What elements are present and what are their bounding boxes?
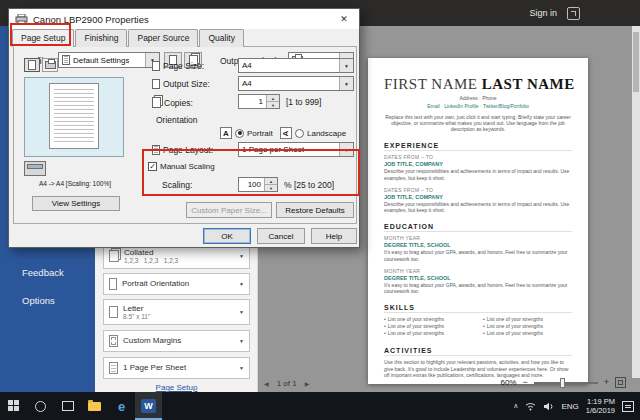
preview-scrollbar[interactable] xyxy=(632,26,640,378)
custom-paper-size-button[interactable]: Custom Paper Size... xyxy=(186,202,272,218)
ok-button[interactable]: OK xyxy=(203,228,251,244)
paper-stack-icon[interactable] xyxy=(24,161,46,176)
sidebar-item-options[interactable]: Options xyxy=(0,290,95,310)
clock[interactable]: 1:19 PM 1/6/2019 xyxy=(586,397,615,415)
page-setup-tab-panel: Profile: Default Settings ▼ Output Metho… xyxy=(13,46,357,224)
scrollbar-thumb[interactable] xyxy=(633,32,639,92)
close-icon[interactable]: ✕ xyxy=(329,9,359,29)
paper-size-dropdown[interactable]: Letter 8.5" x 11" ▼ xyxy=(103,299,250,325)
resume-education-entry: MONTH YEAR DEGREE TITLE, SCHOOL It's eas… xyxy=(384,235,572,262)
cortana-search-button[interactable] xyxy=(27,392,54,420)
zoom-slider[interactable] xyxy=(534,382,598,384)
system-tray: ∧ ENG 1:19 PM 1/6/2019 xyxy=(513,397,640,415)
resume-first-name: FIRST NAME xyxy=(384,76,478,92)
printer-icon xyxy=(15,14,28,25)
page-navigation: ◀ 1 of 1 ▶ xyxy=(264,379,309,388)
preview-printer-view-toggle[interactable] xyxy=(42,58,58,72)
tab-page-setup[interactable]: Page Setup xyxy=(12,29,74,47)
copies-value[interactable]: 1 xyxy=(239,95,266,108)
tab-finishing[interactable]: Finishing xyxy=(75,29,127,47)
zoom-to-page-button[interactable] xyxy=(615,377,626,388)
chevron-down-icon: ▼ xyxy=(239,338,244,344)
collated-pages-icon xyxy=(109,250,119,262)
resume-activities-text: Use this section to highlight your relev… xyxy=(384,359,572,378)
portrait-radio[interactable] xyxy=(235,129,244,138)
speaker-icon[interactable] xyxy=(543,402,554,411)
pages-per-sheet-value: 1 Page Per Sheet xyxy=(123,363,186,372)
wifi-icon[interactable] xyxy=(525,402,536,411)
spin-down-icon[interactable]: ▼ xyxy=(267,102,279,108)
tray-expand-icon[interactable]: ∧ xyxy=(513,402,518,410)
previous-page-button[interactable]: ◀ xyxy=(264,380,269,387)
page-view-icon xyxy=(28,60,36,70)
preview-page-view-toggle[interactable] xyxy=(24,58,40,72)
page-size-value: A4 xyxy=(242,61,252,70)
spin-down-icon[interactable]: ▼ xyxy=(265,185,277,191)
resume-skills: •List one of your strengths •List one of… xyxy=(384,316,572,337)
task-view-button[interactable] xyxy=(54,392,81,420)
restore-defaults-button[interactable]: Restore Defaults xyxy=(276,202,354,218)
action-center-icon[interactable] xyxy=(622,401,634,412)
windows-taskbar: e W ∧ ENG 1:19 PM 1/6/2019 xyxy=(0,392,640,420)
output-size-select[interactable]: A4 ▼ xyxy=(238,76,354,91)
page-setup-link[interactable]: Page Setup xyxy=(95,383,258,392)
start-button[interactable] xyxy=(0,392,27,420)
pages-per-sheet-dropdown[interactable]: 1 Page Per Sheet ▼ xyxy=(103,357,250,379)
page-size-label: Page Size: xyxy=(152,61,204,71)
view-settings-button[interactable]: View Settings xyxy=(32,196,120,211)
zoom-out-button[interactable]: − xyxy=(522,378,527,387)
resume-experience-entry: DATES FROM – TO JOB TITLE, COMPANY Descr… xyxy=(384,187,572,214)
checkbox-check-icon: ✓ xyxy=(148,162,157,171)
profile-select[interactable]: Default Settings ▼ xyxy=(58,52,160,68)
resume-heading-experience: EXPERIENCE xyxy=(384,142,572,151)
margins-dropdown[interactable]: Custom Margins ▼ xyxy=(103,330,250,352)
chevron-down-icon: ▼ xyxy=(339,59,353,72)
resume-heading-skills: SKILLS xyxy=(384,304,572,313)
zoom-slider-thumb[interactable] xyxy=(560,378,565,388)
output-size-value: A4 xyxy=(242,79,252,88)
orientation-dropdown[interactable]: Portrait Orientation ▼ xyxy=(103,273,250,295)
file-explorer-button[interactable] xyxy=(81,392,108,420)
landscape-radio[interactable] xyxy=(295,129,304,138)
resume-last-name: LAST NAME xyxy=(482,76,575,92)
help-button[interactable]: Help xyxy=(311,228,357,244)
tab-quality[interactable]: Quality xyxy=(199,29,243,47)
landscape-a-icon: A xyxy=(280,127,292,139)
language-indicator[interactable]: ENG xyxy=(561,402,578,411)
print-preview-thumbnail xyxy=(24,77,124,157)
chevron-down-icon: ▼ xyxy=(339,143,353,156)
next-page-button[interactable]: ▶ xyxy=(305,380,310,387)
tab-paper-source[interactable]: Paper Source xyxy=(128,29,198,47)
scaling-stepper[interactable]: 100 ▲▼ xyxy=(238,177,278,192)
resume-heading-education: EDUCATION xyxy=(384,223,572,232)
share-icon[interactable] xyxy=(567,7,580,20)
resume-education-entry: MONTH YEAR DEGREE TITLE, SCHOOL It's eas… xyxy=(384,268,572,295)
spin-up-icon[interactable]: ▲ xyxy=(267,95,279,102)
page-indicator: 1 of 1 xyxy=(277,379,297,388)
copies-stepper[interactable]: 1 ▲▼ xyxy=(238,94,280,109)
cancel-button[interactable]: Cancel xyxy=(257,228,305,244)
spin-up-icon[interactable]: ▲ xyxy=(265,178,277,185)
clock-date: 1/6/2019 xyxy=(586,406,615,415)
zoom-controls: 60% − + xyxy=(500,377,626,388)
scaling-range: % [25 to 200] xyxy=(284,180,334,190)
dialog-titlebar[interactable]: Canon LBP2900 Properties ✕ xyxy=(9,9,359,29)
canon-properties-dialog: Canon LBP2900 Properties ✕ Page Setup Fi… xyxy=(8,8,360,248)
chevron-down-icon: ▼ xyxy=(239,365,244,371)
orientation-portrait-option[interactable]: A Portrait xyxy=(220,127,273,139)
page-size-select[interactable]: A4 ▼ xyxy=(238,58,354,73)
chevron-down-icon: ▼ xyxy=(339,77,353,90)
sidebar-item-feedback[interactable]: Feedback xyxy=(0,262,95,282)
edge-button[interactable]: e xyxy=(108,392,135,420)
page-layout-select[interactable]: 1 Page per Sheet ▼ xyxy=(238,142,354,157)
manual-scaling-checkbox[interactable]: ✓ Manual Scaling xyxy=(148,162,215,171)
portrait-page-icon xyxy=(109,278,117,290)
resume-summary: Replace this text with your own, just cl… xyxy=(384,114,572,133)
orientation-landscape-option[interactable]: A Landscape xyxy=(280,127,346,139)
sign-in-button[interactable]: Sign in xyxy=(529,8,557,18)
resume-heading-activities: ACTIVITIES xyxy=(384,347,572,356)
word-taskbar-button[interactable]: W xyxy=(135,392,162,420)
zoom-in-button[interactable]: + xyxy=(604,378,609,387)
scaling-value[interactable]: 100 xyxy=(239,178,264,191)
folder-icon xyxy=(88,402,101,411)
